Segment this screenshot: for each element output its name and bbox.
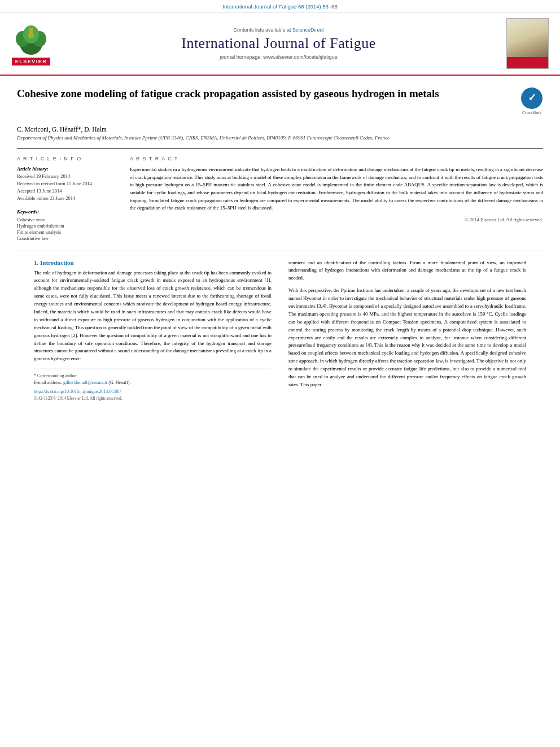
journal-homepage: journal homepage: www.elsevier.com/locat… [62, 54, 495, 60]
elsevier-tree-icon [11, 22, 51, 56]
homepage-url: www.elsevier.com/locate/ijfatigue [263, 54, 338, 60]
doi-link[interactable]: http://dx.doi.org/10.1016/j.ijfatigue.20… [34, 389, 272, 394]
sciencedirect-link[interactable]: ScienceDirect [292, 27, 324, 33]
cover-stripe [507, 57, 548, 68]
intro-right-p1: ronment and an identification of the con… [288, 259, 526, 283]
article-paper: Cohesive zone modeling of fatigue crack … [0, 76, 560, 412]
right-column: ronment and an identification of the con… [286, 259, 526, 401]
received-date: Received 19 February 2014 [17, 173, 119, 180]
journal-header: ELSEVIER Contents lists available at Sci… [0, 12, 560, 76]
journal-ref-link[interactable]: International Journal of Fatigue 68 (201… [222, 3, 337, 10]
history-label: Article history: [17, 166, 119, 172]
elsevier-label: ELSEVIER [12, 58, 51, 65]
available-date: Available online 23 June 2014 [17, 195, 119, 202]
crossmark-label: CrossMark [522, 111, 541, 115]
article-history: Article history: Received 19 February 20… [17, 166, 119, 202]
left-column: 1. Introduction The role of hydrogen in … [34, 259, 274, 401]
intro-right-p2: With this perspective, the Pprime Instit… [288, 287, 526, 389]
affiliation-line: Department of Physics and Mechanics of M… [17, 135, 543, 141]
email-link[interactable]: gilbert.henaff@ensma.fr [63, 380, 107, 385]
email-footnote: E-mail address: gilbert.henaff@ensma.fr … [34, 379, 272, 386]
footnote-section: * Corresponding author. E-mail address: … [34, 369, 272, 401]
article-title: Cohesive zone modeling of fatigue crack … [17, 87, 439, 101]
svg-marker-6 [28, 34, 34, 38]
keyword-1: Cohesive zone [17, 217, 119, 222]
svg-rect-5 [29, 28, 33, 34]
journal-cover-image [506, 18, 549, 69]
keywords-label: Keywords: [17, 209, 119, 215]
keywords-section: Keywords: Cohesive zone Hydrogen embritt… [17, 209, 119, 241]
copyright-line: © 2014 Elsevier Ltd. All rights reserved… [130, 217, 543, 222]
article-info-column: A R T I C L E I N F O Article history: R… [17, 156, 119, 242]
abstract-title: A B S T R A C T [130, 156, 543, 161]
issn-line: 0142-1123/© 2014 Elsevier Ltd. All right… [34, 396, 272, 401]
abstract-section: A B S T R A C T Experimental studies in … [130, 156, 543, 242]
journal-reference-bar: International Journal of Fatigue 68 (201… [0, 0, 560, 12]
intro-left-paragraph: The role of hydrogen in deformation and … [34, 269, 272, 364]
elsevier-logo: ELSEVIER [11, 22, 51, 65]
article-title-section: Cohesive zone modeling of fatigue crack … [17, 87, 543, 120]
article-info-abstract: A R T I C L E I N F O Article history: R… [17, 148, 543, 242]
keyword-3: Finite element analysis [17, 229, 119, 235]
section-number: 1. [34, 259, 38, 266]
corresponding-footnote: * Corresponding author. [34, 373, 272, 379]
section-divider [17, 251, 543, 251]
abstract-text: Experimental studies in a hydrogenous en… [130, 166, 543, 212]
keyword-4: Constitutive law [17, 235, 119, 241]
main-content: 1. Introduction The role of hydrogen in … [17, 259, 543, 401]
authors-line: C. Moriconi, G. Hénaff*, D. Halm [17, 126, 543, 133]
crossmark-badge[interactable]: ✓ CrossMark [520, 87, 543, 115]
journal-header-center: Contents lists available at ScienceDirec… [51, 27, 506, 60]
section-title: Introduction [40, 259, 74, 266]
contents-line: Contents lists available at ScienceDirec… [62, 27, 495, 33]
introduction-heading: 1. Introduction [34, 259, 272, 266]
journal-title: International Journal of Fatigue [62, 35, 495, 52]
article-info-title: A R T I C L E I N F O [17, 156, 119, 161]
revised-date: Received in revised form 11 June 2014 [17, 181, 119, 187]
cover-inner [507, 19, 548, 68]
crossmark-icon: ✓ [520, 87, 543, 110]
keyword-2: Hydrogen embrittlement [17, 223, 119, 229]
svg-text:✓: ✓ [528, 92, 536, 103]
accepted-date: Accepted 13 June 2014 [17, 188, 119, 195]
